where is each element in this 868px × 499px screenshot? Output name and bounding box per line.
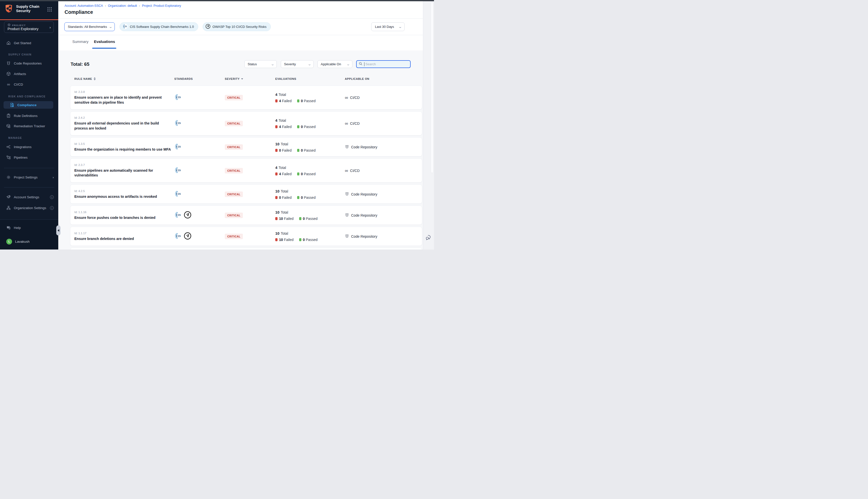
sidebar-item-rule-definitions[interactable]: Rule Definitions	[0, 112, 58, 120]
scrollbar-thumb[interactable]	[431, 2, 434, 173]
sidebar-item-remediation-tracker[interactable]: Remediation Tracker	[0, 122, 58, 130]
passed-count: 0Passed	[303, 238, 318, 242]
evaluations-cell: 4Total4Failed0Passed	[275, 166, 315, 176]
rule-name: Ensure branch deletions are denied	[74, 236, 173, 241]
rule-id: Id: 2.3.8	[74, 90, 173, 93]
chip-cis-benchmark[interactable]: CIS CIS Software Supply Chain Benchmarks…	[120, 22, 198, 31]
sidebar-item-label: CI/CD	[14, 83, 23, 86]
chip-owasp[interactable]: OWASP Top 10 CI/CD Security Risks	[203, 22, 271, 31]
status-filter-select[interactable]: Status ⌄	[244, 60, 277, 68]
rule-cell: Id: 1.1.16Ensure force pushes code to br…	[74, 210, 173, 220]
table-row[interactable]: Id: 2.3.8Ensure scanners are in place to…	[70, 86, 422, 109]
sidebar-collapse-handle[interactable]	[56, 226, 61, 235]
rule-cell: Id: 4.2.5Ensure anonymous access to arti…	[74, 189, 173, 199]
user-menu[interactable]: L Lavakush	[0, 238, 58, 245]
sidebar-item-project-settings[interactable]: Project Settings›	[0, 173, 58, 181]
app-logo: Supply ChainSecurity	[4, 3, 39, 14]
table-row[interactable]: Id: 4.2.5Ensure anonymous access to arti…	[70, 185, 422, 204]
column-header-rule-name[interactable]: RULE NAME	[74, 77, 96, 80]
sidebar-item-pipelines[interactable]: Pipelines	[0, 154, 58, 161]
home-icon	[6, 41, 11, 45]
standards-select[interactable]: Standards: All Benchmarks ⌄	[64, 22, 115, 31]
applicable-on-label: CI/CD	[350, 169, 360, 173]
severity-badge: CRITICAL	[225, 234, 243, 239]
evaluations-cell: 10Total10Failed0Passed	[275, 210, 317, 221]
cube-wrench-icon	[6, 124, 11, 128]
sidebar-item-label: Account Settings	[14, 195, 39, 199]
sidebar-item-organization-settings[interactable]: Organization Settingsi	[0, 204, 58, 211]
table-row[interactable]: Id: 2.4.2Ensure all external dependencie…	[70, 112, 422, 135]
sidebar-item-help[interactable]: ? Help	[0, 224, 58, 231]
table-row[interactable]: Id: 2.3.7Ensure pipelines are automatica…	[70, 159, 422, 182]
sidebar-item-code-repositories[interactable]: Code Repositories	[0, 60, 58, 67]
applicable-on-filter-select[interactable]: Applicable On ⌄	[317, 60, 352, 68]
date-range-select[interactable]: Last 30 Days ⌄	[371, 22, 405, 31]
svg-text:CIS: CIS	[176, 96, 181, 99]
breadcrumb-account[interactable]: Account: Automation-SSCA	[64, 4, 103, 8]
tab-summary[interactable]: Summary	[72, 39, 88, 44]
owasp-standard-icon	[184, 211, 191, 220]
failed-square-icon	[275, 149, 278, 152]
sort-both-icon[interactable]	[94, 77, 96, 80]
passed-count: 0Passed	[301, 125, 316, 129]
search-input[interactable]	[365, 62, 405, 66]
failed-square-icon	[275, 172, 278, 175]
support-chat-icon[interactable]	[425, 233, 433, 241]
passed-count: 0Passed	[303, 217, 318, 221]
table-row[interactable]: Id: 1.1.17Ensure branch deletions are de…	[70, 227, 422, 246]
search-icon	[359, 62, 362, 66]
applicable-on-label: Code Repository	[351, 192, 377, 196]
sidebar-item-artifacts[interactable]: Artifacts	[0, 70, 58, 77]
code-repository-icon	[345, 213, 349, 218]
search-box[interactable]	[356, 60, 411, 68]
evaluations-cell: 4Total4Failed0Passed	[275, 118, 315, 129]
table-row[interactable]: Id: 1.1.16Ensure force pushes code to br…	[70, 206, 422, 224]
standards-cell: CIS	[174, 232, 191, 241]
evaluations-total: 4Total	[275, 166, 315, 170]
failed-count: 4Failed	[279, 99, 292, 103]
severity-cell: CRITICAL	[225, 234, 243, 239]
failed-square-icon	[275, 196, 278, 199]
standards-cell: CIS	[174, 167, 182, 175]
sort-desc-icon[interactable]	[241, 78, 243, 80]
table-row-partial[interactable]	[70, 248, 422, 250]
svg-text:?: ?	[8, 226, 9, 228]
sidebar-item-get-started[interactable]: Get Started	[0, 39, 58, 47]
column-header-severity[interactable]: SEVERITY	[225, 77, 243, 80]
standards-filter-bar: Standards: All Benchmarks ⌄ CIS CIS Soft…	[58, 19, 423, 35]
applicable-on-cell: Code Repository	[345, 234, 377, 239]
bucket-icon	[6, 61, 11, 65]
column-header-applicable-on: APPLICABLE ON	[345, 77, 370, 80]
sidebar-item-account-settings[interactable]: Account Settingsi	[0, 193, 58, 201]
sidebar-item-label: Code Repositories	[14, 61, 42, 65]
severity-filter-select[interactable]: Severity ⌄	[281, 60, 314, 68]
table-row[interactable]: Id: 1.3.5Ensure the organization is requ…	[70, 137, 422, 156]
failed-square-icon	[275, 125, 278, 128]
failed-square-icon	[275, 238, 278, 241]
rule-name: Ensure scanners are in place to identify…	[74, 95, 173, 105]
evaluations-total: 10Total	[275, 210, 317, 214]
project-switcher[interactable]: PROJECT Product Exploratory ›	[4, 21, 54, 33]
sidebar-item-compliance[interactable]: Compliance	[3, 101, 53, 109]
passed-square-icon	[299, 238, 301, 241]
sidebar-item-integrations[interactable]: Integrations	[0, 143, 58, 150]
applicable-on-cell: Code Repository	[345, 213, 377, 218]
breadcrumb-organization[interactable]: Organization: default	[108, 4, 137, 8]
project-name: Product Exploratory	[8, 27, 38, 31]
breadcrumb-project[interactable]: Project: Product Exploratory	[142, 4, 181, 8]
tab-evaluations[interactable]: Evaluations	[94, 39, 115, 44]
evaluations-total: 10Total	[275, 231, 317, 235]
chip-label: CIS Software Supply Chain Benchmarks 1.0	[130, 25, 194, 28]
breadcrumb-separator-icon: ›	[105, 4, 106, 8]
window-top-edge	[0, 0, 434, 1]
failed-count: 10Failed	[279, 238, 293, 242]
share-icon	[6, 145, 11, 149]
code-repository-icon	[345, 234, 349, 239]
sidebar-item-label: Organization Settings	[14, 206, 46, 210]
app-title: Supply ChainSecurity	[16, 4, 39, 13]
sidebar-item-label: Pipelines	[14, 156, 28, 159]
sidebar-item-cicd[interactable]: ∞CI/CD	[0, 81, 58, 88]
app-switcher-grid-icon[interactable]	[47, 7, 52, 12]
cube-icon	[8, 23, 11, 27]
avatar: L	[6, 239, 12, 244]
